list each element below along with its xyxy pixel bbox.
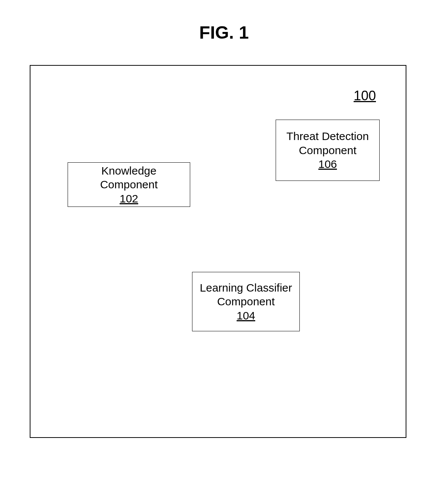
threat-detection-label-line1: Threat Detection: [286, 129, 369, 143]
threat-detection-component-box: Threat Detection Component 106: [276, 120, 380, 181]
learning-classifier-ref: 104: [237, 309, 255, 323]
threat-detection-ref: 106: [318, 157, 337, 171]
knowledge-component-label: Knowledge Component: [75, 164, 183, 192]
page: FIG. 1 100 Knowledge Component 102 Threa…: [0, 0, 448, 494]
learning-classifier-label-line2: Component: [217, 295, 275, 309]
learning-classifier-component-box: Learning Classifier Component 104: [192, 272, 300, 331]
figure-title: FIG. 1: [0, 22, 448, 43]
knowledge-component-ref: 102: [120, 192, 138, 206]
knowledge-component-box: Knowledge Component 102: [68, 162, 190, 207]
threat-detection-label-line2: Component: [299, 143, 356, 157]
system-container: 100 Knowledge Component 102 Threat Detec…: [30, 65, 406, 438]
learning-classifier-label-line1: Learning Classifier: [200, 281, 292, 295]
system-ref-number: 100: [354, 88, 376, 104]
